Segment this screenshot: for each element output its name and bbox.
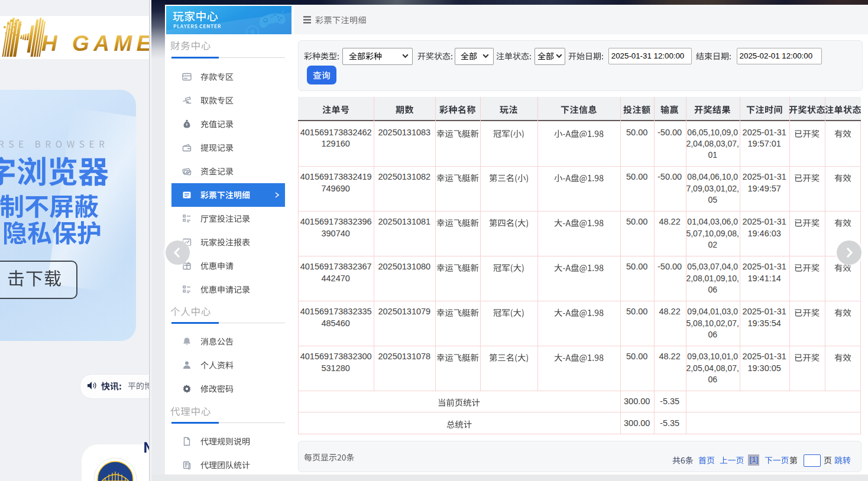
svg-text:H GAME: H GAME (41, 31, 151, 56)
